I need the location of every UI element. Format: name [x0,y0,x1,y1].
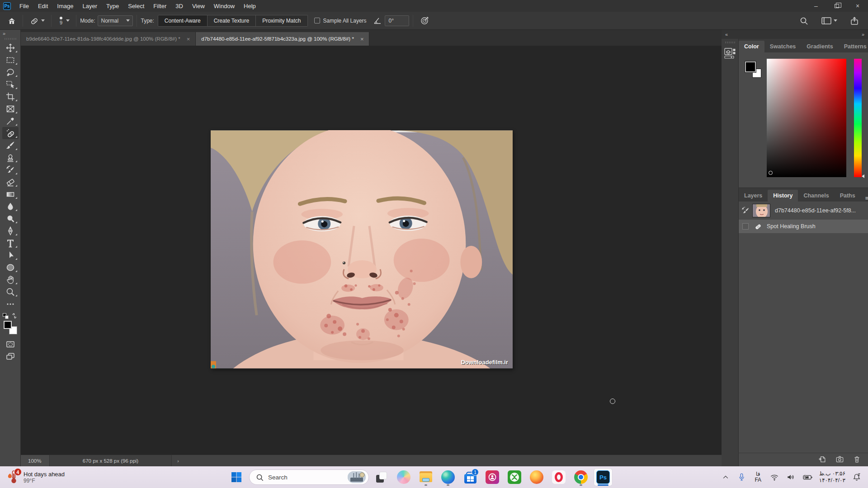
clock-widget[interactable]: ۰۳:۵۶ ب.ظ ۱۴۰۴/۰۴/۰۳ [818,468,846,486]
xbox-button[interactable] [505,468,524,486]
sample-all-layers-checkbox[interactable] [314,18,320,23]
document-tab-2[interactable]: d7b74480-e85d-11ee-af92-5f871b4c323a.jpg… [196,32,369,46]
tab-gradients[interactable]: Gradients [801,41,838,52]
minimize-button[interactable]: – [806,0,826,12]
type-content-aware-button[interactable]: Content-Aware [158,15,208,27]
tool-pen[interactable] [2,225,19,237]
tool-zoom[interactable] [2,286,19,298]
mode-dropdown[interactable]: Normal [98,15,133,26]
search-highlight-image[interactable] [348,471,366,483]
history-source-checkbox[interactable] [742,223,749,230]
photoshop-taskbar-button[interactable]: Ps [594,468,613,486]
tool-hand[interactable] [2,273,19,286]
menu-layer[interactable]: Layer [78,0,102,12]
microphone-indicator[interactable] [736,468,748,486]
tool-eraser[interactable] [2,176,19,188]
zoom-level-field[interactable]: 100% [21,455,50,466]
canvas-area[interactable]: Downloadefilm.ir Downloadefilm.ir [21,46,722,455]
tab-color[interactable]: Color [739,41,764,52]
brush-size-picker[interactable]: 9 [55,14,72,28]
volume-indicator[interactable] [785,468,797,486]
foreground-color-swatch[interactable] [4,321,12,329]
file-explorer-button[interactable] [416,468,435,486]
quick-mask-button[interactable] [2,338,19,350]
tab-history[interactable]: History [768,190,798,202]
menu-help[interactable]: Help [239,0,260,12]
document-image[interactable]: Downloadefilm.ir Downloadefilm.ir [211,130,513,369]
weather-widget[interactable]: 4 Hot days ahead 99°F [0,470,104,484]
tool-eyedropper[interactable] [2,115,19,127]
microsoft-365-button[interactable] [483,468,502,486]
workspace-switcher[interactable] [818,14,840,28]
status-expander[interactable]: › [172,458,184,464]
swap-colors-icon[interactable] [11,313,18,319]
angle-field[interactable]: 0° [385,15,409,26]
task-view-button[interactable] [372,468,391,486]
menu-image[interactable]: Image [52,0,78,12]
menu-edit[interactable]: Edit [33,0,52,12]
collapse-dock-button[interactable]: » [862,32,864,37]
tool-frame[interactable] [2,103,19,115]
tab-patterns[interactable]: Patterns [839,41,868,52]
foreground-background-swatches[interactable] [4,321,17,334]
tool-brush[interactable] [2,139,19,151]
collapsed-panel-icon[interactable] [724,47,736,61]
wifi-indicator[interactable] [769,468,780,486]
close-tab-icon[interactable]: × [359,36,365,42]
hue-slider[interactable] [854,59,862,177]
tool-preset-button[interactable] [27,14,47,28]
tools-grip[interactable] [5,38,16,40]
chrome-button[interactable] [571,468,590,486]
menu-select[interactable]: Select [123,0,149,12]
tool-blur[interactable] [2,200,19,212]
type-create-texture-button[interactable]: Create Texture [208,15,256,27]
new-document-from-state-button[interactable] [818,455,826,465]
panel-grip[interactable] [725,42,735,43]
close-tab-icon[interactable]: × [186,36,191,42]
tool-spot-healing-brush[interactable] [2,127,19,139]
tab-layers[interactable]: Layers [739,190,768,202]
opera-button[interactable] [549,468,568,486]
foreground-color-swatch[interactable] [745,61,756,72]
history-brush-source-icon[interactable] [741,206,750,215]
default-colors-icon[interactable] [3,313,9,319]
screen-mode-button[interactable] [2,350,19,362]
tool-object-selection[interactable] [2,78,19,90]
menu-window[interactable]: Window [209,0,239,12]
tool-gradient[interactable] [2,188,19,200]
tool-crop[interactable] [2,90,19,103]
start-button[interactable] [227,468,246,486]
pressure-size-button[interactable] [417,14,432,28]
tool-ellipse[interactable] [2,261,19,273]
restore-button[interactable] [826,0,847,12]
taskbar-search[interactable]: Search [249,469,369,485]
edge-button[interactable] [439,468,458,486]
tray-overflow-button[interactable] [720,468,731,486]
panel-fg-bg-swatches[interactable] [745,61,761,78]
new-snapshot-button[interactable] [835,455,844,465]
tab-channels[interactable]: Channels [798,190,834,202]
firefox-button[interactable] [527,468,546,486]
tool-rectangular-marquee[interactable] [2,54,19,66]
tool-lasso[interactable] [2,66,19,78]
battery-indicator[interactable] [801,468,814,486]
close-button[interactable]: × [847,0,868,12]
menu-file[interactable]: File [15,0,33,12]
menu-3d[interactable]: 3D [171,0,188,12]
home-button[interactable] [5,14,19,28]
copilot-button[interactable] [394,468,413,486]
language-switcher[interactable]: فا FA [752,468,764,486]
document-tab-1[interactable]: b9de6640-82e7-11ee-81da-198fc406ddde.jpg… [21,32,196,46]
tool-type[interactable] [2,237,19,249]
history-snapshot-row[interactable]: d7b74480-e85d-11ee-af92-5f8... [739,202,868,220]
menu-type[interactable]: Type [102,0,123,12]
tool-path-selection[interactable] [2,249,19,261]
menu-filter[interactable]: Filter [149,0,171,12]
delete-state-button[interactable] [853,455,861,465]
notification-center-button[interactable] [851,468,863,486]
tool-dodge[interactable] [2,212,19,225]
menu-view[interactable]: View [188,0,209,12]
color-picker-cursor[interactable] [769,171,773,175]
tool-history-brush[interactable] [2,164,19,176]
microsoft-store-button[interactable]: 1 [461,468,480,486]
